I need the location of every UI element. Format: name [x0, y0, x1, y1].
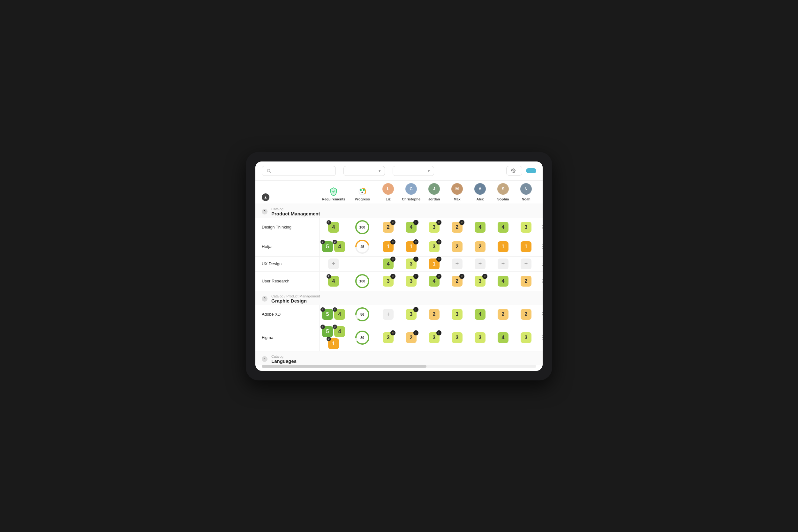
- score-badge[interactable]: 3: [452, 309, 462, 320]
- req-badge[interactable]: 4 2: [334, 241, 345, 252]
- graduation-icon: 🎓: [436, 274, 441, 279]
- skill-more-menu[interactable]: ⋮: [537, 256, 543, 271]
- req-badge[interactable]: 4 1: [328, 222, 339, 233]
- skill-score-cell: 3: [445, 324, 469, 351]
- category-collapse-icon[interactable]: ^: [262, 209, 267, 214]
- category-name: Graphic Design: [271, 298, 320, 304]
- score-badge[interactable]: 2🎓: [452, 222, 462, 233]
- score-badge[interactable]: 3🎓: [475, 276, 486, 287]
- more-icon[interactable]: ⋮: [539, 334, 543, 341]
- score-badge[interactable]: 4: [475, 222, 486, 233]
- score-badge[interactable]: 3!: [429, 332, 439, 343]
- collapse-all-header[interactable]: ▲: [255, 180, 319, 204]
- score-badge-empty[interactable]: +: [520, 259, 531, 269]
- skill-more-menu[interactable]: ⋮: [537, 217, 543, 237]
- device-frame: ▾ ▾: [246, 152, 552, 380]
- scrollbar[interactable]: [262, 365, 536, 368]
- more-icon[interactable]: ⋮: [539, 223, 543, 231]
- more-icon[interactable]: ⋮: [539, 243, 543, 250]
- score-badge[interactable]: 3🎓: [429, 241, 439, 252]
- score-badge[interactable]: 3🎓: [383, 276, 394, 287]
- skill-more-menu[interactable]: ⋮: [537, 237, 543, 256]
- score-badge[interactable]: 2!: [406, 332, 417, 343]
- score-badge-empty[interactable]: +: [498, 259, 509, 269]
- progress-circle: 89: [355, 330, 370, 345]
- more-icon[interactable]: ⋮: [539, 277, 543, 285]
- score-badge[interactable]: 3: [475, 332, 486, 343]
- req-badge[interactable]: 5 1: [322, 309, 333, 320]
- skill-requirements: 4 2: [319, 271, 348, 291]
- score-badge-empty[interactable]: +: [383, 309, 394, 320]
- score-badge[interactable]: 2: [452, 241, 462, 252]
- category-indent: ^ Catalog / Product Management Graphic D…: [262, 294, 542, 304]
- skill-more-menu[interactable]: ⋮: [537, 271, 543, 291]
- score-badge[interactable]: 4!: [406, 222, 417, 233]
- skill-name: Design Thinking: [255, 217, 319, 237]
- score-badge[interactable]: 3: [452, 332, 462, 343]
- req-badge[interactable]: 4 2: [334, 309, 345, 320]
- score-badge[interactable]: 2🎓: [383, 222, 394, 233]
- skill-more-menu[interactable]: ⋮: [537, 324, 543, 351]
- view-select[interactable]: ▾: [343, 166, 385, 176]
- score-badge[interactable]: 3!: [406, 276, 417, 287]
- skill-score-cell: +: [445, 256, 469, 271]
- score-badge[interactable]: 1🎓: [383, 241, 394, 252]
- req-count: 1: [321, 325, 325, 329]
- category-name: Product Management: [271, 211, 320, 216]
- req-badge[interactable]: 5 3: [322, 241, 333, 252]
- score-badge[interactable]: 3🎓: [429, 222, 439, 233]
- score-badge[interactable]: 3: [520, 222, 531, 233]
- avatar-sophia: S: [497, 183, 509, 195]
- skill-name: Figma: [255, 324, 319, 351]
- score-badge-empty[interactable]: +: [475, 259, 486, 269]
- score-badge[interactable]: 3: [520, 332, 531, 343]
- score-badge[interactable]: 2: [520, 276, 531, 287]
- warning-icon: !: [413, 330, 418, 336]
- more-icon[interactable]: ⋮: [539, 260, 543, 268]
- skill-score-cell: 1🎓: [423, 256, 445, 271]
- roles-select[interactable]: ▾: [393, 166, 434, 176]
- req-badge[interactable]: 4 2: [334, 326, 345, 337]
- skills-table: ▲ Requirements: [255, 180, 543, 365]
- req-badge[interactable]: 4 2: [328, 276, 339, 287]
- category-indent: ^ Catalog Product Management: [262, 207, 542, 216]
- req-badge-empty[interactable]: +: [328, 259, 339, 269]
- score-badge[interactable]: 3!: [406, 259, 417, 269]
- progress-icon: [358, 187, 367, 196]
- configure-button[interactable]: [506, 166, 522, 175]
- category-collapse-icon[interactable]: ^: [262, 356, 267, 362]
- graduation-icon: 🎓: [413, 239, 418, 245]
- score-badge[interactable]: 1🎓: [429, 259, 439, 269]
- collapse-icon: ▲: [262, 193, 269, 201]
- score-badge[interactable]: 4🎓: [429, 276, 439, 287]
- score-badge[interactable]: 4: [475, 309, 486, 320]
- skill-score-cell: 2🎓: [377, 217, 400, 237]
- more-icon[interactable]: ⋮: [539, 310, 543, 318]
- score-badge[interactable]: 2: [475, 241, 486, 252]
- score-badge[interactable]: 4: [498, 276, 509, 287]
- req-badge[interactable]: 1 3: [328, 338, 339, 349]
- person-label-sophia: Sophia: [497, 197, 509, 201]
- score-badge[interactable]: 2: [520, 309, 531, 320]
- skill-progress: 100: [348, 217, 377, 237]
- score-badge[interactable]: 1: [520, 241, 531, 252]
- score-badge[interactable]: 3!: [406, 309, 417, 320]
- score-badge[interactable]: 4: [498, 222, 509, 233]
- score-badge[interactable]: 2: [498, 309, 509, 320]
- score-badge-empty[interactable]: +: [452, 259, 462, 269]
- score-badge[interactable]: 2🎓: [452, 276, 462, 287]
- score-badge[interactable]: 3🎓: [383, 332, 394, 343]
- req-badge[interactable]: 5 1: [322, 326, 333, 337]
- score-badge[interactable]: 2: [429, 309, 439, 320]
- req-add-icon[interactable]: +: [328, 259, 339, 269]
- score-badge[interactable]: 1: [498, 241, 509, 252]
- category-collapse-icon[interactable]: ^: [262, 296, 267, 302]
- score-badge[interactable]: 4: [498, 332, 509, 343]
- score-badge[interactable]: 1🎓: [406, 241, 417, 252]
- search-input[interactable]: [273, 169, 331, 173]
- req-count: 3: [326, 337, 331, 341]
- add-skills-button[interactable]: [526, 168, 536, 173]
- score-badge[interactable]: 4🎓: [383, 259, 394, 269]
- skill-more-menu[interactable]: ⋮: [537, 305, 543, 324]
- search-box[interactable]: [262, 166, 336, 176]
